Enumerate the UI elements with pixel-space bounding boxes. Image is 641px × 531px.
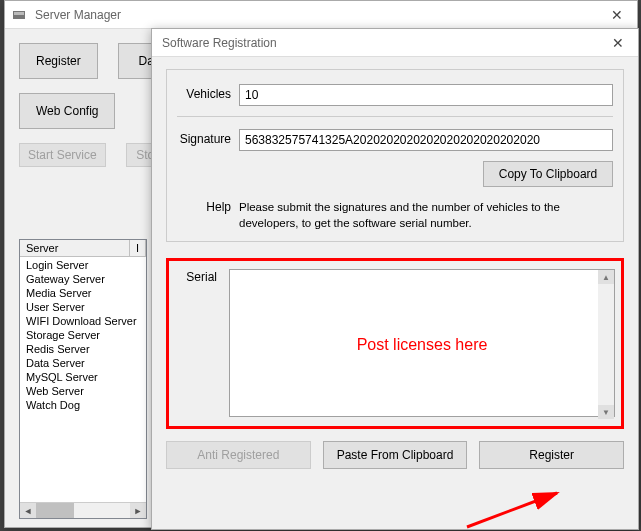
list-item[interactable]: Web Server <box>20 384 146 398</box>
info-group: Vehicles Signature Copy To Clipboard Hel… <box>166 69 624 242</box>
server-list-body[interactable]: Login Server Gateway Server Media Server… <box>20 257 146 413</box>
signature-label: Signature <box>177 129 239 146</box>
arrow-annotation-icon <box>462 475 572 531</box>
web-config-button[interactable]: Web Config <box>19 93 115 129</box>
reg-register-button[interactable]: Register <box>479 441 624 469</box>
list-item[interactable]: Data Server <box>20 356 146 370</box>
scroll-right-icon[interactable]: ► <box>130 503 146 518</box>
list-item[interactable]: Gateway Server <box>20 272 146 286</box>
hscrollbar[interactable]: ◄ ► <box>20 502 146 518</box>
serial-label: Serial <box>169 267 225 284</box>
list-item[interactable]: WIFI Download Server <box>20 314 146 328</box>
svg-rect-1 <box>14 12 24 15</box>
list-item[interactable]: Storage Server <box>20 328 146 342</box>
scroll-left-icon[interactable]: ◄ <box>20 503 36 518</box>
anti-registered-button[interactable]: Anti Registered <box>166 441 311 469</box>
reg-titlebar[interactable]: Software Registration ✕ <box>152 29 638 57</box>
sm-titlebar[interactable]: Server Manager ✕ <box>5 1 637 29</box>
copy-clipboard-button[interactable]: Copy To Clipboard <box>483 161 613 187</box>
list-item[interactable]: MySQL Server <box>20 370 146 384</box>
vehicles-label: Vehicles <box>177 84 239 101</box>
list-item[interactable]: User Server <box>20 300 146 314</box>
serial-group: Serial ▲ ▼ Post licenses here <box>166 258 624 429</box>
sm-register-button[interactable]: Register <box>19 43 98 79</box>
scroll-thumb[interactable] <box>36 503 74 518</box>
list-item[interactable]: Watch Dog <box>20 398 146 412</box>
app-icon <box>11 7 27 23</box>
registration-window: Software Registration ✕ Vehicles Signatu… <box>151 28 639 530</box>
svg-line-2 <box>467 493 557 527</box>
paste-clipboard-button[interactable]: Paste From Clipboard <box>323 441 468 469</box>
col-i[interactable]: I <box>130 240 146 257</box>
reg-title: Software Registration <box>158 36 598 50</box>
col-server[interactable]: Server <box>20 240 130 257</box>
signature-input[interactable] <box>239 129 613 151</box>
list-item[interactable]: Login Server <box>20 258 146 272</box>
sm-title: Server Manager <box>31 8 597 22</box>
help-label: Help <box>177 197 239 214</box>
help-text: Please submit the signatures and the num… <box>239 197 613 231</box>
sm-close-icon[interactable]: ✕ <box>597 1 637 29</box>
reg-close-icon[interactable]: ✕ <box>598 29 638 57</box>
list-item[interactable]: Redis Server <box>20 342 146 356</box>
vehicles-input[interactable] <box>239 84 613 106</box>
scroll-down-icon[interactable]: ▼ <box>598 405 614 419</box>
scroll-up-icon[interactable]: ▲ <box>598 270 614 284</box>
serial-vscroll[interactable]: ▲ ▼ <box>598 270 614 419</box>
serial-textarea[interactable] <box>229 269 615 417</box>
list-item[interactable]: Media Server <box>20 286 146 300</box>
server-list-header[interactable]: Server I <box>20 240 146 257</box>
server-list[interactable]: Server I Login Server Gateway Server Med… <box>19 239 147 519</box>
start-service-button[interactable]: Start Service <box>19 143 106 167</box>
